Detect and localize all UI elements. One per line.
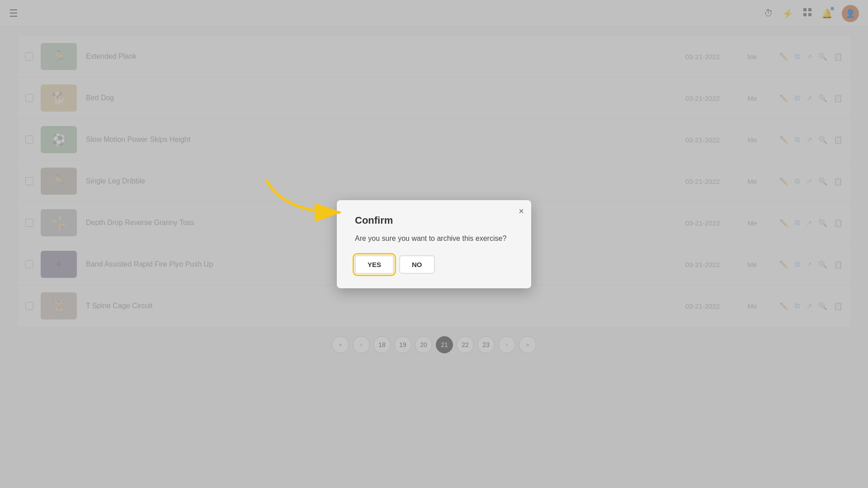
modal-overlay: × Confirm Are you sure you want to archi… [0,0,868,488]
confirm-yes-button[interactable]: YES [355,255,394,274]
modal-title: Confirm [355,215,513,226]
modal-buttons: YES NO [355,255,513,274]
modal-close-button[interactable]: × [519,206,524,216]
modal-message: Are you sure you want to archive this ex… [355,235,513,243]
confirm-no-button[interactable]: NO [399,255,435,274]
confirm-modal: × Confirm Are you sure you want to archi… [337,200,531,288]
